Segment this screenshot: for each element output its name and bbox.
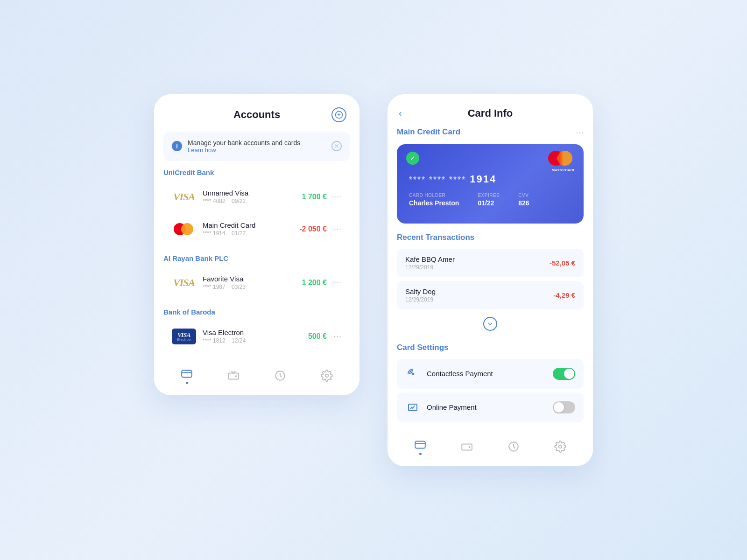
card-info-title: Card Info [414, 107, 567, 119]
card-amount: 1 200 € [302, 279, 327, 287]
card-amount: 1 700 € [302, 193, 327, 201]
nav-cards-button[interactable] [414, 439, 426, 455]
alrayan-cards: VISA Favorite Visa **** 1987 03/23 1 200… [163, 267, 350, 299]
table-row[interactable]: Main Credit Card **** 1914 01/22 -2 050 … [163, 213, 350, 245]
card-options-button[interactable]: ··· [333, 331, 342, 341]
card-settings-title: Card Settings [397, 343, 449, 352]
right-bottom-nav [388, 431, 593, 466]
online-payment-icon [405, 400, 420, 415]
nav-wallet-button[interactable] [227, 370, 240, 382]
contactless-icon [405, 366, 420, 381]
card-holder-value: Charles Preston [409, 199, 459, 207]
svg-rect-3 [182, 370, 192, 377]
svg-point-8 [412, 373, 414, 375]
card-info-header: ‹ Card Info [388, 94, 593, 127]
transaction-name: Salty Dog [405, 287, 436, 295]
transaction-date: 12/29/2019 [405, 264, 455, 271]
cvv-label: CVV [518, 193, 529, 198]
visa-electron-logo-icon: VISA Electron [172, 328, 196, 345]
table-row[interactable]: VISA Electron Visa Electron **** 1812 12… [163, 321, 350, 352]
transactions-section: Recent Transactions Kafe BBQ Amer 12/29/… [388, 233, 593, 343]
card-amount: 500 € [308, 332, 327, 341]
card-meta: **** 1914 01/22 [203, 230, 293, 237]
baroda-name: Bank of Baroda [163, 308, 350, 316]
credit-card-visual: ✓ MasterCard **** **** **** 1914 CARD [397, 144, 584, 224]
nav-history-button[interactable] [507, 441, 520, 453]
card-meta: **** 1987 03/23 [203, 284, 296, 290]
card-name: Main Credit Card [203, 221, 293, 229]
unicredit-section: UniCredit Bank VISA Unnamed Visa **** 40… [154, 168, 359, 252]
baroda-cards: VISA Electron Visa Electron **** 1812 12… [163, 321, 350, 352]
card-settings-section: Card Settings Contactless Payment [388, 343, 593, 431]
expires-label: EXPIRES [478, 193, 500, 198]
info-close-button[interactable]: ✕ [331, 141, 342, 151]
svg-rect-10 [415, 441, 425, 448]
nav-wallet-button[interactable] [461, 441, 473, 453]
visa-logo-icon: VISA [172, 189, 196, 205]
table-row[interactable]: VISA Favorite Visa **** 1987 03/23 1 200… [163, 267, 350, 299]
alrayan-name: Al Rayan Bank PLC [163, 254, 350, 262]
bottom-nav [154, 360, 359, 395]
cvv-value: 826 [518, 199, 529, 207]
card-holder-label: CARD HOLDER [409, 193, 459, 198]
contactless-payment-toggle[interactable] [553, 368, 575, 380]
alrayan-section: Al Rayan Bank PLC VISA Favorite Visa ***… [154, 254, 359, 306]
contactless-payment-label: Contactless Payment [427, 370, 546, 378]
table-row[interactable]: VISA Unnamed Visa **** 4082 09/22 1 700 … [163, 181, 350, 213]
unicredit-cards: VISA Unnamed Visa **** 4082 09/22 1 700 … [163, 181, 350, 245]
learn-how-link[interactable]: Learn how [188, 147, 326, 154]
credit-card-section-title: Main Credit Card [397, 127, 460, 137]
nav-settings-button[interactable] [554, 441, 566, 453]
nav-settings-button[interactable] [321, 370, 333, 382]
info-icon: i [172, 141, 182, 151]
transaction-date: 12/29/2019 [405, 296, 436, 303]
add-account-button[interactable] [331, 107, 346, 122]
svg-rect-9 [409, 404, 417, 411]
online-payment-label: Online Payment [427, 403, 546, 411]
card-more-options-button[interactable]: ··· [576, 127, 584, 138]
online-payment-row: Online Payment [397, 392, 584, 422]
screens-wrapper: Accounts i Manage your bank accounts and… [135, 66, 612, 494]
nav-cards-button[interactable] [181, 368, 193, 384]
card-meta: **** 1812 12/24 [203, 337, 302, 344]
svg-point-7 [325, 374, 329, 378]
back-button[interactable]: ‹ [399, 108, 414, 119]
card-details-row: CARD HOLDER Charles Preston EXPIRES 01/2… [409, 193, 571, 207]
transaction-name: Kafe BBQ Amer [405, 255, 455, 263]
transactions-title: Recent Transactions [397, 233, 474, 242]
card-info-phone: ‹ Card Info Main Credit Card ··· ✓ Maste… [388, 94, 593, 466]
card-name: Favorite Visa [203, 275, 296, 283]
unicredit-name: UniCredit Bank [163, 168, 350, 176]
accounts-title: Accounts [182, 109, 331, 121]
nav-active-dot [419, 453, 422, 455]
card-amount: -2 050 € [299, 225, 327, 233]
card-active-icon: ✓ [406, 152, 419, 165]
accounts-header: Accounts [154, 94, 359, 130]
mastercard-logo-icon [172, 221, 196, 238]
transaction-amount: -52,05 € [550, 259, 575, 267]
banks-list: UniCredit Bank VISA Unnamed Visa **** 40… [154, 168, 359, 360]
svg-point-12 [469, 447, 470, 448]
card-options-button[interactable]: ··· [333, 278, 342, 287]
transaction-amount: -4,29 € [553, 291, 575, 299]
card-name: Visa Electron [203, 329, 302, 336]
baroda-section: Bank of Baroda VISA Electron Visa Electr… [154, 308, 359, 360]
card-options-button[interactable]: ··· [333, 224, 342, 234]
card-number: **** **** **** 1914 [409, 173, 571, 185]
visa-logo-icon: VISA [172, 274, 196, 291]
list-item: Salty Dog 12/29/2019 -4,29 € [397, 281, 584, 309]
nav-history-button[interactable] [274, 370, 286, 382]
accounts-phone: Accounts i Manage your bank accounts and… [154, 94, 359, 395]
contactless-payment-row: Contactless Payment [397, 359, 584, 389]
online-payment-toggle[interactable] [553, 401, 575, 413]
card-options-button[interactable]: ··· [333, 192, 342, 202]
nav-active-dot [186, 382, 188, 384]
svg-point-5 [235, 376, 236, 377]
mastercard-logo-icon: MasterCard [548, 150, 574, 167]
main-credit-card-section: Main Credit Card ··· ✓ MasterCard **** *… [388, 127, 593, 233]
card-name: Unnamed Visa [203, 189, 296, 197]
svg-point-14 [559, 445, 562, 448]
expires-value: 01/22 [478, 199, 500, 207]
info-banner-text: Manage your bank accounts and cards [188, 139, 326, 147]
expand-transactions-button[interactable] [397, 313, 584, 338]
